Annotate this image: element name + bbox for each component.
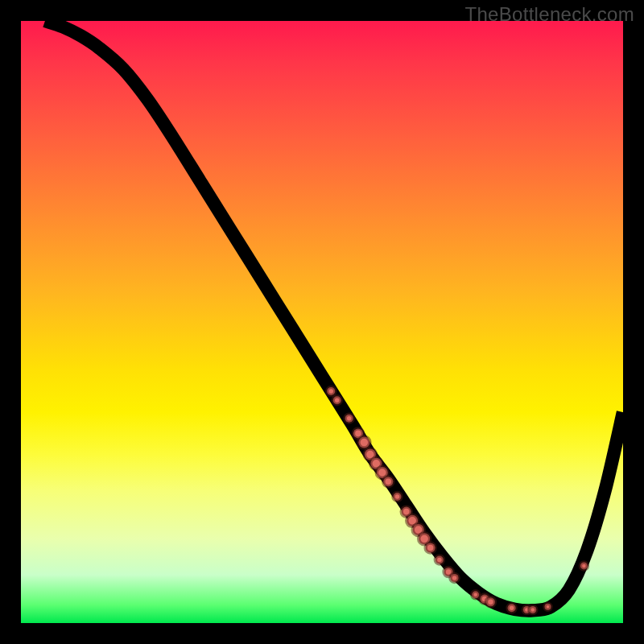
- scatter-point: [383, 477, 393, 486]
- scatter-point: [545, 604, 551, 610]
- plot-area: [21, 21, 623, 623]
- scatter-point: [333, 396, 341, 404]
- chart-frame: TheBottleneck.com: [0, 0, 644, 644]
- scatter-point: [327, 387, 335, 395]
- scatter-point: [358, 437, 369, 448]
- scatter-point: [451, 574, 459, 582]
- scatter-point: [472, 591, 479, 598]
- watermark-text: TheBottleneck.com: [464, 3, 634, 26]
- plot-svg: [21, 21, 623, 623]
- scatter-point: [345, 415, 353, 423]
- bottleneck-curve: [45, 21, 623, 610]
- scatter-point: [580, 562, 588, 569]
- scatter-point: [394, 493, 402, 501]
- scatter-point: [436, 555, 444, 564]
- scatter-point: [508, 604, 516, 612]
- scatter-points: [327, 387, 588, 613]
- scatter-point: [426, 543, 436, 553]
- scatter-point: [486, 597, 495, 606]
- scatter-point: [529, 606, 536, 613]
